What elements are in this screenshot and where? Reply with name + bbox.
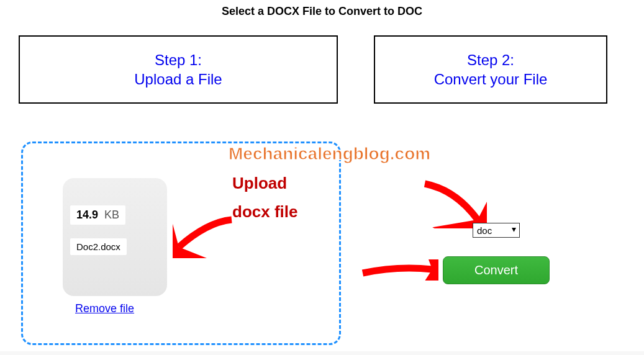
- watermark-text: Mechanicalengblog.com: [229, 144, 430, 164]
- arrow-to-format-select: [419, 179, 487, 228]
- step1-label: Step 1: Upload a File: [26, 50, 330, 89]
- step2-box: Step 2: Convert your File: [374, 35, 607, 104]
- steps-row: Step 1: Upload a File Step 2: Convert yo…: [0, 18, 644, 104]
- file-name-label: Doc2.docx: [70, 238, 127, 255]
- arrow-annotation-to-file: [173, 215, 235, 258]
- page-title: Select a DOCX File to Convert to DOC: [0, 0, 644, 18]
- arrow-to-convert-button: [360, 259, 438, 281]
- step1-line1: Step 1:: [155, 52, 202, 68]
- file-size-value: 14.9: [76, 209, 98, 221]
- file-size-badge: 14.9 KB: [70, 205, 125, 225]
- remove-file-link[interactable]: Remove file: [75, 302, 134, 315]
- file-card: 14.9 KB Doc2.docx: [63, 178, 167, 296]
- annotation-line2: docx file: [232, 202, 297, 222]
- annotation-line1: Upload: [232, 174, 287, 193]
- step1-box: Step 1: Upload a File: [19, 35, 338, 104]
- step2-line2: Convert your File: [381, 70, 600, 89]
- convert-button[interactable]: Convert: [443, 256, 550, 284]
- step1-line2: Upload a File: [26, 70, 330, 89]
- file-size-unit-text: KB: [104, 209, 119, 221]
- format-select[interactable]: doc: [473, 223, 520, 238]
- step2-label: Step 2: Convert your File: [381, 50, 600, 89]
- step2-line1: Step 2:: [467, 52, 514, 68]
- footer-gap: [0, 351, 644, 355]
- format-select-wrap: doc: [473, 223, 520, 238]
